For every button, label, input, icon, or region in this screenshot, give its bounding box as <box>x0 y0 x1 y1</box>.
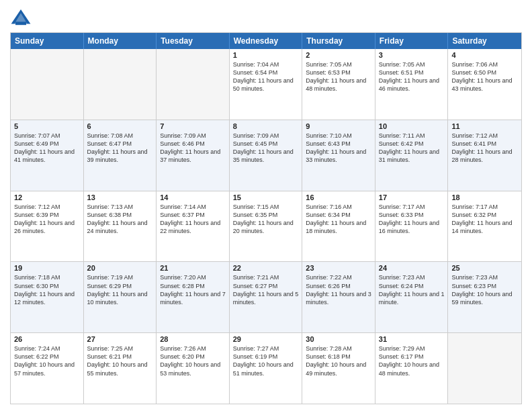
cell-info: Sunrise: 7:08 AM Sunset: 6:47 PM Dayligh… <box>87 132 153 165</box>
calendar-header-tuesday: Tuesday <box>157 33 230 49</box>
cell-info: Sunrise: 7:04 AM Sunset: 6:54 PM Dayligh… <box>233 60 299 93</box>
calendar-cell-day-22: 22Sunrise: 7:21 AM Sunset: 6:27 PM Dayli… <box>230 262 303 332</box>
calendar-cell-day-13: 13Sunrise: 7:13 AM Sunset: 6:38 PM Dayli… <box>84 191 157 262</box>
day-number: 8 <box>233 122 299 130</box>
calendar-cell-day-14: 14Sunrise: 7:14 AM Sunset: 6:37 PM Dayli… <box>157 191 230 262</box>
day-number: 2 <box>306 51 371 59</box>
cell-info: Sunrise: 7:21 AM Sunset: 6:27 PM Dayligh… <box>233 273 299 306</box>
cell-info: Sunrise: 7:10 AM Sunset: 6:43 PM Dayligh… <box>306 132 371 165</box>
cell-info: Sunrise: 7:18 AM Sunset: 6:30 PM Dayligh… <box>14 273 80 306</box>
cell-info: Sunrise: 7:23 AM Sunset: 6:23 PM Dayligh… <box>451 273 518 306</box>
cell-info: Sunrise: 7:06 AM Sunset: 6:50 PM Dayligh… <box>451 60 518 93</box>
cell-info: Sunrise: 7:24 AM Sunset: 6:22 PM Dayligh… <box>14 345 80 377</box>
calendar-header-row: SundayMondayTuesdayWednesdayThursdayFrid… <box>11 33 521 49</box>
day-number: 26 <box>14 335 80 343</box>
day-number: 15 <box>233 193 299 201</box>
calendar-header-friday: Friday <box>375 33 449 49</box>
cell-info: Sunrise: 7:12 AM Sunset: 6:41 PM Dayligh… <box>451 132 518 165</box>
day-number: 12 <box>14 193 80 201</box>
calendar-cell-day-16: 16Sunrise: 7:16 AM Sunset: 6:34 PM Dayli… <box>302 191 375 262</box>
calendar-header-saturday: Saturday <box>448 33 521 49</box>
calendar-cell-day-12: 12Sunrise: 7:12 AM Sunset: 6:39 PM Dayli… <box>11 191 84 262</box>
cell-info: Sunrise: 7:11 AM Sunset: 6:42 PM Dayligh… <box>379 132 445 165</box>
calendar-cell-empty <box>157 49 230 120</box>
svg-rect-2 <box>15 21 26 25</box>
calendar-cell-day-23: 23Sunrise: 7:22 AM Sunset: 6:26 PM Dayli… <box>302 262 375 332</box>
calendar-cell-day-11: 11Sunrise: 7:12 AM Sunset: 6:41 PM Dayli… <box>448 120 521 191</box>
calendar-cell-day-24: 24Sunrise: 7:23 AM Sunset: 6:24 PM Dayli… <box>375 262 449 332</box>
day-number: 20 <box>87 264 153 272</box>
calendar-cell-day-29: 29Sunrise: 7:27 AM Sunset: 6:19 PM Dayli… <box>230 333 303 404</box>
calendar-row-5: 26Sunrise: 7:24 AM Sunset: 6:22 PM Dayli… <box>11 333 521 404</box>
cell-info: Sunrise: 7:09 AM Sunset: 6:46 PM Dayligh… <box>160 132 226 165</box>
calendar-cell-day-20: 20Sunrise: 7:19 AM Sunset: 6:29 PM Dayli… <box>84 262 157 332</box>
day-number: 3 <box>379 51 445 59</box>
calendar-row-4: 19Sunrise: 7:18 AM Sunset: 6:30 PM Dayli… <box>11 262 521 333</box>
cell-info: Sunrise: 7:12 AM Sunset: 6:39 PM Dayligh… <box>14 203 80 236</box>
calendar-cell-day-18: 18Sunrise: 7:17 AM Sunset: 6:32 PM Dayli… <box>448 191 521 262</box>
cell-info: Sunrise: 7:09 AM Sunset: 6:45 PM Dayligh… <box>233 132 299 165</box>
calendar-cell-day-31: 31Sunrise: 7:29 AM Sunset: 6:17 PM Dayli… <box>375 333 449 404</box>
calendar-cell-empty <box>11 49 84 120</box>
calendar-cell-day-5: 5Sunrise: 7:07 AM Sunset: 6:49 PM Daylig… <box>11 120 84 191</box>
calendar-cell-day-15: 15Sunrise: 7:15 AM Sunset: 6:35 PM Dayli… <box>230 191 303 262</box>
cell-info: Sunrise: 7:23 AM Sunset: 6:24 PM Dayligh… <box>379 273 445 306</box>
cell-info: Sunrise: 7:05 AM Sunset: 6:53 PM Dayligh… <box>306 60 371 93</box>
calendar-cell-day-21: 21Sunrise: 7:20 AM Sunset: 6:28 PM Dayli… <box>157 262 230 332</box>
day-number: 25 <box>451 264 518 272</box>
cell-info: Sunrise: 7:26 AM Sunset: 6:20 PM Dayligh… <box>160 345 226 377</box>
calendar-header-thursday: Thursday <box>302 33 375 49</box>
day-number: 17 <box>379 193 445 201</box>
day-number: 27 <box>87 335 153 343</box>
cell-info: Sunrise: 7:29 AM Sunset: 6:17 PM Dayligh… <box>379 345 445 377</box>
day-number: 23 <box>306 264 371 272</box>
day-number: 1 <box>233 51 299 59</box>
day-number: 30 <box>306 335 371 343</box>
day-number: 6 <box>87 122 153 130</box>
calendar-cell-day-4: 4Sunrise: 7:06 AM Sunset: 6:50 PM Daylig… <box>448 49 521 120</box>
day-number: 22 <box>233 264 299 272</box>
calendar-cell-day-19: 19Sunrise: 7:18 AM Sunset: 6:30 PM Dayli… <box>11 262 84 332</box>
cell-info: Sunrise: 7:15 AM Sunset: 6:35 PM Dayligh… <box>233 203 299 236</box>
calendar-cell-day-2: 2Sunrise: 7:05 AM Sunset: 6:53 PM Daylig… <box>302 49 375 120</box>
cell-info: Sunrise: 7:16 AM Sunset: 6:34 PM Dayligh… <box>306 203 371 236</box>
calendar-header-wednesday: Wednesday <box>230 33 303 49</box>
page: SundayMondayTuesdayWednesdayThursdayFrid… <box>0 0 532 411</box>
day-number: 5 <box>14 122 80 130</box>
calendar-cell-day-1: 1Sunrise: 7:04 AM Sunset: 6:54 PM Daylig… <box>230 49 303 120</box>
calendar-cell-day-3: 3Sunrise: 7:05 AM Sunset: 6:51 PM Daylig… <box>375 49 449 120</box>
day-number: 7 <box>160 122 226 130</box>
calendar-cell-day-26: 26Sunrise: 7:24 AM Sunset: 6:22 PM Dayli… <box>11 333 84 404</box>
calendar-cell-day-27: 27Sunrise: 7:25 AM Sunset: 6:21 PM Dayli… <box>84 333 157 404</box>
cell-info: Sunrise: 7:28 AM Sunset: 6:18 PM Dayligh… <box>306 345 371 377</box>
calendar-cell-day-30: 30Sunrise: 7:28 AM Sunset: 6:18 PM Dayli… <box>302 333 375 404</box>
calendar-cell-day-6: 6Sunrise: 7:08 AM Sunset: 6:47 PM Daylig… <box>84 120 157 191</box>
calendar: SundayMondayTuesdayWednesdayThursdayFrid… <box>10 32 522 404</box>
day-number: 10 <box>379 122 445 130</box>
calendar-cell-empty <box>448 333 521 404</box>
day-number: 31 <box>379 335 445 343</box>
logo <box>10 7 34 28</box>
cell-info: Sunrise: 7:17 AM Sunset: 6:32 PM Dayligh… <box>451 203 518 236</box>
cell-info: Sunrise: 7:20 AM Sunset: 6:28 PM Dayligh… <box>160 273 226 306</box>
calendar-cell-day-25: 25Sunrise: 7:23 AM Sunset: 6:23 PM Dayli… <box>448 262 521 332</box>
calendar-cell-day-8: 8Sunrise: 7:09 AM Sunset: 6:45 PM Daylig… <box>230 120 303 191</box>
cell-info: Sunrise: 7:17 AM Sunset: 6:33 PM Dayligh… <box>379 203 445 236</box>
day-number: 9 <box>306 122 371 130</box>
cell-info: Sunrise: 7:22 AM Sunset: 6:26 PM Dayligh… <box>306 273 371 306</box>
cell-info: Sunrise: 7:27 AM Sunset: 6:19 PM Dayligh… <box>233 345 299 377</box>
calendar-cell-day-7: 7Sunrise: 7:09 AM Sunset: 6:46 PM Daylig… <box>157 120 230 191</box>
calendar-cell-day-10: 10Sunrise: 7:11 AM Sunset: 6:42 PM Dayli… <box>375 120 449 191</box>
day-number: 29 <box>233 335 299 343</box>
calendar-row-3: 12Sunrise: 7:12 AM Sunset: 6:39 PM Dayli… <box>11 191 521 263</box>
cell-info: Sunrise: 7:14 AM Sunset: 6:37 PM Dayligh… <box>160 203 226 236</box>
cell-info: Sunrise: 7:07 AM Sunset: 6:49 PM Dayligh… <box>14 132 80 165</box>
day-number: 14 <box>160 193 226 201</box>
calendar-cell-day-17: 17Sunrise: 7:17 AM Sunset: 6:33 PM Dayli… <box>375 191 449 262</box>
logo-icon <box>10 7 32 28</box>
calendar-body: 1Sunrise: 7:04 AM Sunset: 6:54 PM Daylig… <box>11 49 521 404</box>
day-number: 4 <box>451 51 518 59</box>
cell-info: Sunrise: 7:25 AM Sunset: 6:21 PM Dayligh… <box>87 345 153 377</box>
cell-info: Sunrise: 7:05 AM Sunset: 6:51 PM Dayligh… <box>379 60 445 93</box>
day-number: 11 <box>451 122 518 130</box>
